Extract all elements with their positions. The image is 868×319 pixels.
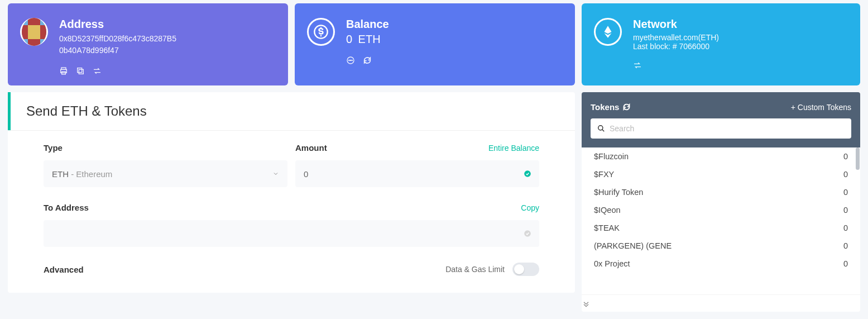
more-icon[interactable] <box>346 56 355 65</box>
svg-point-11 <box>524 230 531 237</box>
copy-icon[interactable] <box>76 66 85 75</box>
refresh-icon[interactable] <box>622 103 631 111</box>
scrollbar[interactable] <box>856 147 860 170</box>
token-amount: 0 <box>843 206 848 215</box>
svg-rect-3 <box>79 69 83 74</box>
tokens-search-input[interactable] <box>610 124 845 133</box>
amount-value: 0 <box>304 169 308 179</box>
token-row[interactable]: 0x Project0 <box>582 255 860 273</box>
check-circle-icon <box>524 230 531 237</box>
amount-label: Amount <box>295 143 327 153</box>
svg-point-7 <box>349 60 349 60</box>
token-name: (PARKGENE) (GENE <box>594 241 672 250</box>
token-name: $TEAK <box>594 223 620 232</box>
token-amount: 0 <box>843 188 848 197</box>
network-provider: myetherwallet.com(ETH) <box>633 33 848 42</box>
token-amount: 0 <box>843 259 848 268</box>
address-line-1: 0x8D52375ffD028f6c473c8287B5 <box>59 33 276 45</box>
address-title: Address <box>59 18 276 31</box>
token-amount: 0 <box>843 152 848 161</box>
entire-balance-link[interactable]: Entire Balance <box>488 144 539 153</box>
send-panel-title: Send ETH & Tokens <box>8 92 575 130</box>
custom-tokens-link[interactable]: + Custom Tokens <box>791 103 851 112</box>
token-row[interactable]: $Fluzcoin0 <box>582 147 860 165</box>
address-card: Address 0x8D52375ffD028f6c473c8287B5 0b4… <box>8 3 288 85</box>
token-name: $Fluzcoin <box>594 152 629 161</box>
tokens-title: Tokens <box>591 102 619 112</box>
tokens-panel: Tokens + Custom Tokens $Fluzcoin0$FXY0$H… <box>582 92 860 312</box>
to-address-input[interactable] <box>44 220 539 247</box>
network-card: Network myetherwallet.com(ETH) Last bloc… <box>582 3 860 85</box>
balance-card: Balance 0 ETH <box>295 3 575 85</box>
svg-rect-4 <box>78 68 82 73</box>
print-icon[interactable] <box>59 66 68 75</box>
svg-point-10 <box>524 170 531 177</box>
dollar-icon <box>307 18 335 46</box>
type-value-sub: - Ethereum <box>69 169 112 179</box>
svg-point-9 <box>352 60 352 60</box>
tokens-list: $Fluzcoin0$FXY0$Hurify Token0$IQeon0$TEA… <box>582 147 860 294</box>
balance-title: Balance <box>346 18 563 31</box>
tokens-search[interactable] <box>591 118 851 139</box>
token-name: 0x Project <box>594 259 630 268</box>
address-identicon <box>20 18 48 46</box>
type-label: Type <box>44 143 63 153</box>
svg-point-8 <box>350 60 351 60</box>
chevron-down-icon <box>272 170 279 177</box>
send-panel: Send ETH & Tokens Type ETH - Ethereum <box>8 92 575 293</box>
amount-input[interactable]: 0 <box>295 160 539 187</box>
ethereum-icon <box>594 18 622 46</box>
expand-button[interactable] <box>582 294 860 312</box>
balance-value: 0 <box>346 33 352 45</box>
to-address-label: To Address <box>44 203 89 212</box>
search-icon <box>597 125 605 132</box>
network-title: Network <box>633 18 848 31</box>
balance-symbol: ETH <box>358 33 381 45</box>
check-circle-icon <box>524 170 531 178</box>
refresh-icon[interactable] <box>363 56 372 65</box>
svg-point-12 <box>598 126 603 130</box>
token-amount: 0 <box>843 223 848 232</box>
token-row[interactable]: $IQeon0 <box>582 201 860 219</box>
type-select[interactable]: ETH - Ethereum <box>44 160 287 187</box>
type-value-main: ETH <box>52 169 69 179</box>
copy-link[interactable]: Copy <box>521 203 539 212</box>
advanced-toggle[interactable] <box>512 263 539 276</box>
token-name: $Hurify Token <box>594 188 643 197</box>
token-amount: 0 <box>843 241 848 250</box>
gas-limit-label: Data & Gas Limit <box>445 265 505 274</box>
swap-icon[interactable] <box>633 61 642 70</box>
token-row[interactable]: $Hurify Token0 <box>582 183 860 201</box>
token-row[interactable]: $TEAK0 <box>582 219 860 237</box>
network-lastblock: Last block: # 7066000 <box>633 42 848 51</box>
token-name: $FXY <box>594 170 614 179</box>
token-amount: 0 <box>843 170 848 179</box>
token-name: $IQeon <box>594 206 621 215</box>
advanced-label: Advanced <box>44 265 84 274</box>
token-row[interactable]: (PARKGENE) (GENE0 <box>582 237 860 255</box>
token-row[interactable]: $FXY0 <box>582 165 860 183</box>
address-line-2: 0b40A78d996f47 <box>59 45 276 56</box>
swap-icon[interactable] <box>93 66 102 75</box>
